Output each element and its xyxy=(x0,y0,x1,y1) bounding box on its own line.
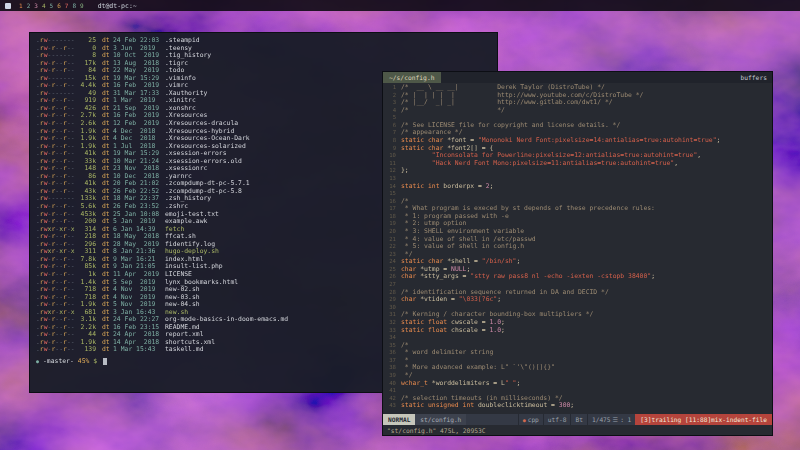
statusline-filename: st/config.h xyxy=(415,414,466,425)
line-number: 23 xyxy=(383,251,396,259)
code-token: "\033[?6c" xyxy=(459,295,497,303)
vim-tabline: ~/s/config.h buffers xyxy=(383,72,772,83)
code-token: ; xyxy=(516,257,520,265)
line-number: 31 xyxy=(383,311,396,319)
line-number: 43 xyxy=(383,402,396,410)
line-number: 10 xyxy=(383,152,396,160)
code-token: 1.0 xyxy=(490,326,502,334)
line-number: 26 xyxy=(383,273,396,281)
line-number: 39 xyxy=(383,372,396,380)
line-number: 28 xyxy=(383,289,396,297)
line-number: 33 xyxy=(383,327,396,335)
line-number: 37 xyxy=(383,357,396,365)
line-number: 6 xyxy=(383,122,396,130)
code-line: 14static int borderpx = 2; xyxy=(383,183,772,191)
filetype-label: cpp xyxy=(528,416,539,423)
code-token: "Hack Nerd Font Mono:pixelsize=11:antial… xyxy=(432,159,674,167)
code-line: 29char *vtiden = "\033[?6c"; xyxy=(383,296,772,304)
git-branch-icon: ● xyxy=(36,358,39,366)
line-number: 18 xyxy=(383,213,396,221)
code-line: 4/* */ xyxy=(383,107,772,115)
code-area[interactable]: 1/* __ \ __ __| Derek Taylor (DistroTube… xyxy=(383,83,772,414)
code-token: static xyxy=(401,326,428,334)
code-token: ; xyxy=(717,136,721,144)
code-token: * More advanced example: L" `'\"()[]{}" xyxy=(401,363,555,371)
line-number: 36 xyxy=(383,349,396,357)
line-number: 27 xyxy=(383,281,396,289)
workspace-3[interactable]: 3 xyxy=(34,3,38,9)
line-number: 15 xyxy=(383,190,396,198)
line-number: 34 xyxy=(383,334,396,342)
file-date: 1 Mar 15:43 xyxy=(113,346,165,354)
line-number: 32 xyxy=(383,319,396,327)
code-line: 34 xyxy=(383,334,772,342)
workspace-4[interactable]: 4 xyxy=(42,3,46,9)
code-token: }; xyxy=(401,166,409,174)
vim-editor-window[interactable]: ~/s/config.h buffers 1/* __ \ __ __| Der… xyxy=(383,72,772,435)
line-number: 5 xyxy=(383,114,396,122)
fileformat-segment: Bt xyxy=(570,414,586,425)
code-token: * 5: value of shell in config.h xyxy=(401,242,524,250)
code-token: "stty raw pass8 nl -echo -iexten -cstopb… xyxy=(470,272,651,280)
code-token: ; xyxy=(651,272,655,280)
file-owner: dt xyxy=(102,346,113,354)
line-number: 35 xyxy=(383,342,396,350)
workspace-7[interactable]: 7 xyxy=(65,3,69,9)
line-number: 3 xyxy=(383,99,396,107)
vim-statusline: NORMAL st/config.h ●cpp utf-8 Bt 1/475☰:… xyxy=(383,414,772,425)
line-number: 7 xyxy=(383,129,396,137)
workspace-1[interactable]: 1 xyxy=(19,3,23,9)
code-token: ; xyxy=(501,326,505,334)
workspace-list: 123456789 xyxy=(19,3,84,9)
workspace-6[interactable]: 6 xyxy=(57,3,61,9)
code-token: /* */ xyxy=(401,106,505,114)
line-number: 41 xyxy=(383,387,396,395)
code-token: "Mononoki Nerd Font:pixelsize=14:antiali… xyxy=(478,136,717,144)
code-line: 43static unsigned int doubleclicktimeout… xyxy=(383,402,772,410)
git-branch-label: -master- xyxy=(43,358,74,366)
code-line: 40wchar_t *worddelimiters = L" "; xyxy=(383,380,772,388)
code-token: , xyxy=(674,159,678,167)
position-value: 1/475 xyxy=(592,416,611,423)
workspace-9[interactable]: 9 xyxy=(80,3,84,9)
terminal-cursor xyxy=(103,358,107,365)
line-number: 9 xyxy=(383,145,396,153)
tabline-fill xyxy=(441,72,736,83)
code-line: 26char *stty_args = "stty raw pass8 nl -… xyxy=(383,273,772,281)
statusline-fill xyxy=(466,414,517,425)
code-token: int xyxy=(428,182,443,190)
mode-indicator: NORMAL xyxy=(383,414,415,425)
code-token: doubleclicktimeout = xyxy=(478,401,559,409)
line-number: 19 xyxy=(383,220,396,228)
column-value: : 1 xyxy=(620,416,631,423)
code-token: ; xyxy=(570,401,574,409)
code-line: 15 xyxy=(383,190,772,198)
workspace-8[interactable]: 8 xyxy=(72,3,76,9)
code-token: char xyxy=(401,272,420,280)
code-line: 12}; xyxy=(383,167,772,175)
file-permissions: .rw-r--r-- xyxy=(36,346,76,354)
launcher-icon[interactable] xyxy=(5,3,11,9)
code-token: "/bin/sh" xyxy=(482,257,517,265)
prompt-symbol: $ xyxy=(93,358,97,366)
lines-icon: ☰ xyxy=(613,416,619,423)
tab-config-h[interactable]: ~/s/config.h xyxy=(383,72,441,83)
buffers-label: buffers xyxy=(735,72,772,83)
code-token: 300 xyxy=(559,401,571,409)
line-number: 11 xyxy=(383,160,396,168)
line-number: 40 xyxy=(383,380,396,388)
line-number: 17 xyxy=(383,205,396,213)
file-size: 139 xyxy=(76,346,96,354)
code-line: 22 * 5: value of shell in config.h xyxy=(383,243,772,251)
code-token: , xyxy=(697,151,701,159)
vim-command-line: "st/config.h" 475L, 20953C xyxy=(383,425,772,435)
code-token: ; xyxy=(516,379,520,387)
code-line: 36 * word delimiter string xyxy=(383,349,772,357)
code-token: unsigned xyxy=(428,401,463,409)
workspace-5[interactable]: 5 xyxy=(50,3,54,9)
file-name: taskell.md xyxy=(165,346,203,354)
workspace-2[interactable]: 2 xyxy=(27,3,31,9)
line-number: 22 xyxy=(383,243,396,251)
line-number: 38 xyxy=(383,364,396,372)
code-token: chscale = xyxy=(451,326,489,334)
